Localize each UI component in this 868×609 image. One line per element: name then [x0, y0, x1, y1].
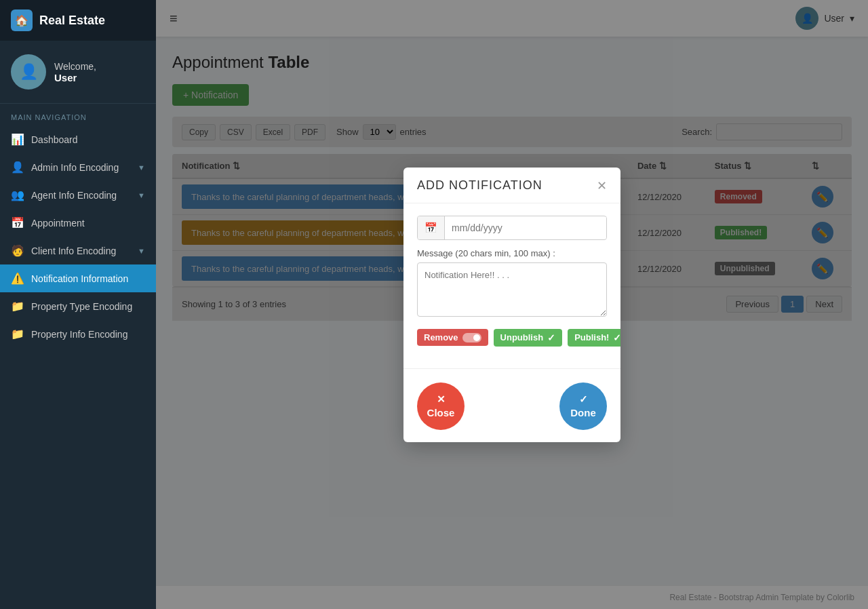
- sidebar: 🏠 Real Estate 👤 Welcome, User MAIN NAVIG…: [0, 0, 156, 609]
- sidebar-item-notification-information[interactable]: ⚠️ Notification Information: [0, 264, 156, 292]
- admin-icon: 👤: [11, 161, 24, 174]
- sidebar-item-appointment[interactable]: 📅 Appointment: [0, 209, 156, 237]
- sidebar-item-label: Property Info Encoding: [31, 329, 127, 340]
- sidebar-item-agent-info-encoding[interactable]: 👥 Agent Info Encoding ▼: [0, 181, 156, 209]
- modal-overlay: ADD NOTIFICATION ✕ 📅 Message (20 chars m…: [156, 0, 868, 609]
- dashboard-icon: 📊: [11, 133, 24, 146]
- sidebar-item-label: Admin Info Encoding: [31, 162, 119, 173]
- check-icon: ✓: [547, 332, 555, 343]
- date-input[interactable]: [445, 217, 606, 239]
- modal-divider: [403, 368, 620, 369]
- message-textarea[interactable]: [417, 262, 607, 317]
- sidebar-item-label: Agent Info Encoding: [31, 190, 117, 201]
- property-info-icon: 📁: [11, 328, 24, 340]
- check-icon: ✓: [613, 332, 620, 343]
- done-modal-button[interactable]: ✓ Done: [559, 382, 607, 430]
- logo-icon: 🏠: [11, 9, 33, 31]
- modal-close-x-button[interactable]: ✕: [597, 178, 607, 193]
- modal-header: ADD NOTIFICATION ✕: [403, 168, 620, 203]
- sidebar-item-label: Property Type Encoding: [31, 301, 132, 312]
- sidebar-header: 🏠 Real Estate: [0, 0, 156, 41]
- nav-label: MAIN NAVIGATION: [0, 104, 156, 125]
- sidebar-item-label: Appointment: [31, 218, 85, 229]
- client-icon: 🧑: [11, 244, 24, 257]
- calendar-icon: 📅: [418, 216, 445, 239]
- modal-body: 📅 Message (20 chars min, 100 max) : Remo…: [403, 203, 620, 360]
- appointment-icon: 📅: [11, 216, 24, 229]
- sidebar-user: 👤 Welcome, User: [0, 41, 156, 104]
- user-name: User: [54, 72, 96, 83]
- agent-icon: 👥: [11, 189, 24, 201]
- publish-toggle-button[interactable]: Publish! ✓: [568, 329, 620, 347]
- sidebar-item-label: Client Info Encoding: [31, 245, 116, 256]
- chevron-down-icon: ▼: [138, 247, 145, 255]
- date-input-group: 📅: [417, 216, 607, 240]
- done-check-icon: ✓: [579, 393, 588, 406]
- property-type-icon: 📁: [11, 300, 24, 313]
- message-label: Message (20 chars min, 100 max) :: [417, 248, 607, 258]
- sidebar-welcome: Welcome, User: [54, 61, 96, 83]
- chevron-down-icon: ▼: [138, 163, 145, 172]
- remove-toggle-button[interactable]: Remove: [417, 329, 488, 346]
- sidebar-item-label: Dashboard: [31, 134, 78, 145]
- unpublish-toggle-button[interactable]: Unpublish ✓: [494, 329, 563, 347]
- app-title: Real Estate: [39, 14, 105, 28]
- chevron-down-icon: ▼: [138, 191, 145, 199]
- remove-toggle-switch: [462, 333, 481, 342]
- toggle-group: Remove Unpublish ✓ Publish! ✓: [417, 329, 607, 347]
- sidebar-item-client-info-encoding[interactable]: 🧑 Client Info Encoding ▼: [0, 237, 156, 264]
- welcome-label: Welcome,: [54, 61, 96, 72]
- close-x-icon: ✕: [437, 393, 446, 406]
- notification-icon: ⚠️: [11, 272, 24, 285]
- avatar: 👤: [11, 54, 46, 90]
- main-content: ≡ 👤 User ▾ Appointment Table + Notificat…: [156, 0, 868, 609]
- sidebar-item-property-type-encoding[interactable]: 📁 Property Type Encoding: [0, 292, 156, 320]
- modal-footer: ✕ Close ✓ Done: [403, 377, 620, 442]
- done-label: Done: [570, 407, 596, 418]
- sidebar-item-label: Notification Information: [31, 273, 128, 284]
- close-label: Close: [427, 407, 455, 418]
- modal-title: ADD NOTIFICATION: [417, 178, 542, 193]
- add-notification-modal: ADD NOTIFICATION ✕ 📅 Message (20 chars m…: [403, 168, 620, 442]
- close-modal-button[interactable]: ✕ Close: [417, 382, 465, 430]
- sidebar-item-property-info-encoding[interactable]: 📁 Property Info Encoding: [0, 320, 156, 348]
- sidebar-item-admin-info-encoding[interactable]: 👤 Admin Info Encoding ▼: [0, 153, 156, 181]
- sidebar-item-dashboard[interactable]: 📊 Dashboard: [0, 125, 156, 153]
